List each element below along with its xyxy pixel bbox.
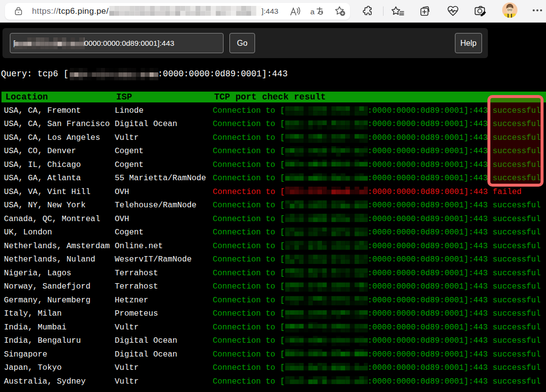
svg-text:a: a [310, 7, 315, 16]
